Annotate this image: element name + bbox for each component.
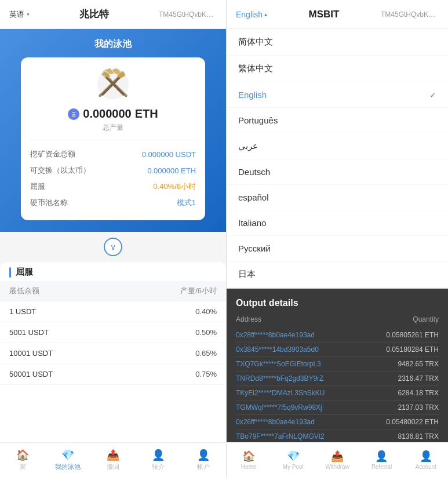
output-title: Output details [236, 298, 439, 308]
eth-currency: ETH [135, 107, 158, 121]
left-panel: 英语 ▾ 兆比特 TM45GtHQvbKLkp... 我的泳池 [0, 0, 226, 477]
right-withdraw-label: Withdraw [325, 464, 349, 470]
eth-amount: 0.000000 [83, 107, 131, 121]
left-nav-withdraw[interactable]: 📤 撤回 [90, 443, 136, 477]
output-address-1: 0x3845*****14bd3903a5d0 [236, 345, 319, 354]
lang-option-label-9: 日本 [238, 269, 256, 280]
lang-option-label-2: English [238, 90, 267, 100]
right-referral-icon: 👤 [375, 450, 388, 463]
right-lang-label: English [236, 10, 263, 19]
left-nav-home[interactable]: 🏠 家 [0, 443, 45, 477]
right-referral-label: Referral [371, 464, 392, 470]
output-section: Output details Address Quantity 0x28ff**… [227, 289, 448, 442]
account-icon: 👤 [197, 449, 210, 461]
stat-value-1: 0.000000 ETH [147, 166, 196, 175]
withdraw-label: 撤回 [107, 463, 119, 471]
output-col-quantity: Quantity [413, 315, 439, 323]
output-quantity-5: 2137.03 TRX [398, 403, 439, 412]
output-quantity-6: 0.05480022 ETH [386, 418, 439, 426]
output-col-address: Address [236, 315, 261, 323]
right-account-label: Account [416, 464, 436, 470]
right-pool-icon: 💎 [287, 450, 300, 463]
lang-option-label-8: Русский [238, 243, 271, 253]
stat-row-0: 挖矿资金总额 0.000000 USDT [30, 146, 196, 162]
stat-label-0: 挖矿资金总额 [30, 149, 75, 159]
lang-option-عربي[interactable]: عربي [227, 133, 448, 159]
left-site-title: 兆比特 [79, 8, 109, 21]
output-address-6: 0x26ff*****8b0ae4e193ad [236, 418, 315, 426]
output-row-1: 0x3845*****14bd3903a5d0 0.05180284 ETH [236, 343, 439, 357]
stat-row-3: 硬币池名称 模式1 [30, 195, 196, 211]
yield-min-balance-1: 5001 USDT [0, 322, 120, 343]
eth-coin-icon: Ξ [68, 108, 79, 120]
output-row-4: TKyEi2*****DMAzL3ShSkKU 6284.18 TRX [236, 386, 439, 400]
right-nav-pool[interactable]: 💎 My Pool [271, 443, 315, 477]
output-row-5: TGMWqf*****7f5q9vRw98Xj 2137.03 TRX [236, 400, 439, 415]
lang-option-label-0: 简体中文 [238, 37, 273, 48]
stat-label-1: 可交换（以太币） [30, 165, 90, 176]
yield-row-2: 10001 USDT 0.65% [0, 343, 226, 364]
lang-option-label-6: español [238, 192, 269, 202]
right-address: TM45GtHQvbKLkp... [381, 10, 439, 19]
stat-row-1: 可交换（以太币） 0.000000 ETH [30, 162, 196, 179]
left-lang-arrow: ▾ [27, 11, 30, 17]
right-home-label: Home [241, 464, 257, 470]
output-quantity-2: 9482.65 TRX [398, 360, 439, 368]
output-rows: 0x28ff*****8b0ae4e193ad 0.05805261 ETH 0… [236, 328, 439, 442]
home-label: 家 [20, 463, 26, 471]
lang-option-português[interactable]: Português [227, 108, 448, 133]
stat-value-2: 0.40%/6小时 [153, 181, 196, 192]
lang-option-label-4: عربي [238, 141, 258, 151]
yield-row-1: 5001 USDT 0.50% [0, 322, 226, 343]
lang-option-简体中文[interactable]: 简体中文 [227, 29, 448, 56]
output-address-2: TXQ7Gk*****SoEGiEtorpL3 [236, 360, 321, 368]
lang-option-繁体中文[interactable]: 繁体中文 [227, 56, 448, 82]
right-nav-account[interactable]: 👤 Account [404, 443, 448, 477]
lang-option-label-3: Português [238, 115, 278, 125]
lang-option-deutsch[interactable]: Deutsch [227, 159, 448, 185]
yield-title: 屈服 [16, 267, 33, 278]
right-top-nav: English ▴ MSBIT TM45GtHQvbKLkp... [227, 0, 448, 29]
output-row-2: TXQ7Gk*****SoEGiEtorpL3 9482.65 TRX [236, 357, 439, 372]
right-account-icon: 👤 [420, 450, 432, 463]
output-quantity-3: 2316.47 TRX [398, 374, 439, 383]
yield-min-balance-0: 1 USDT [0, 301, 120, 322]
left-nav-account[interactable]: 👤 帐户 [181, 443, 226, 477]
right-home-icon: 🏠 [242, 450, 255, 463]
pool-stats: 挖矿资金总额 0.000000 USDT 可交换（以太币） 0.000000 E… [30, 140, 196, 211]
lang-option-label-5: Deutsch [238, 167, 270, 177]
right-lang-selector[interactable]: English ▴ [236, 10, 267, 19]
pool-card: Ξ 0.000000 ETH 总产量 挖矿资金总额 0.000000 USDT … [21, 57, 205, 220]
lang-option-italiano[interactable]: Italiano [227, 210, 448, 236]
left-nav-pool[interactable]: 💎 我的泳池 [45, 443, 90, 477]
language-dropdown: 简体中文繁体中文English✓PortuguêsعربيDeutschespa… [227, 29, 448, 289]
output-address-5: TGMWqf*****7f5q9vRw98Xj [236, 403, 322, 412]
pool-header-title: 我的泳池 [12, 38, 214, 50]
right-nav-home[interactable]: 🏠 Home [227, 443, 271, 477]
right-nav-withdraw[interactable]: 📤 Withdraw [315, 443, 359, 477]
output-address-3: TNRDd8*****bFq2gd3BY9rZ [236, 374, 323, 383]
pool-icon-area [30, 67, 196, 101]
stat-value-0: 0.000000 USDT [142, 150, 196, 159]
output-quantity-7: 8136.81 TRX [398, 432, 439, 440]
yield-col-balance: 最低余额 [0, 281, 120, 301]
expand-arrow-icon: ∨ [110, 242, 116, 252]
lang-option-español[interactable]: español [227, 185, 448, 210]
right-site-title: MSBIT [309, 9, 340, 20]
lang-option-русский[interactable]: Русский [227, 236, 448, 261]
left-nav-referral[interactable]: 👤 转介 [136, 443, 181, 477]
right-nav-referral[interactable]: 👤 Referral [359, 443, 403, 477]
expand-button[interactable]: ∨ [104, 238, 122, 256]
eth-balance-value: Ξ 0.000000 ETH [30, 107, 196, 121]
stat-label-2: 屈服 [30, 181, 45, 192]
lang-option-日本[interactable]: 日本 [227, 261, 448, 288]
stat-label-3: 硬币池名称 [30, 198, 68, 208]
yield-row-3: 50001 USDT 0.75% [0, 364, 226, 385]
output-address-7: TBo79F*****7aFrNLQMGVt2 [236, 432, 325, 440]
lang-option-english[interactable]: English✓ [227, 82, 448, 108]
output-address-4: TKyEi2*****DMAzL3ShSkKU [236, 389, 325, 397]
right-lang-arrow: ▴ [264, 11, 267, 17]
left-lang-selector[interactable]: 英语 ▾ [9, 9, 30, 20]
output-row-6: 0x26ff*****8b0ae4e193ad 0.05480022 ETH [236, 415, 439, 429]
yield-col-rate: 产量/6小时 [120, 281, 226, 301]
